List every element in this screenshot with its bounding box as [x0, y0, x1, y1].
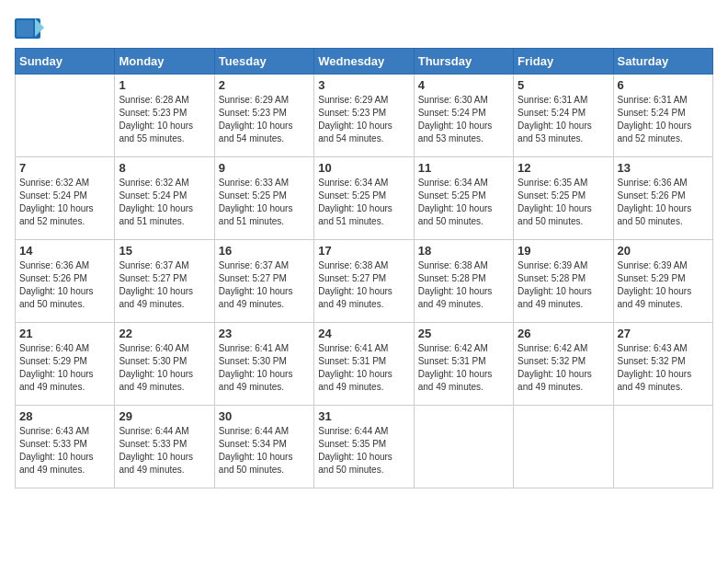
calendar-cell [613, 406, 712, 488]
day-info: Sunrise: 6:36 AM Sunset: 5:26 PM Dayligh… [19, 259, 110, 311]
calendar-cell: 19Sunrise: 6:39 AM Sunset: 5:28 PM Dayli… [514, 240, 613, 323]
day-info: Sunrise: 6:29 AM Sunset: 5:23 PM Dayligh… [219, 94, 310, 145]
calendar-cell: 28Sunrise: 6:43 AM Sunset: 5:33 PM Dayli… [16, 406, 115, 488]
calendar-cell: 20Sunrise: 6:39 AM Sunset: 5:29 PM Dayli… [613, 240, 712, 323]
day-info: Sunrise: 6:40 AM Sunset: 5:29 PM Dayligh… [19, 342, 110, 394]
day-number: 5 [518, 78, 609, 92]
calendar-cell: 18Sunrise: 6:38 AM Sunset: 5:28 PM Dayli… [414, 240, 513, 323]
calendar-cell: 16Sunrise: 6:37 AM Sunset: 5:27 PM Dayli… [214, 240, 313, 323]
day-info: Sunrise: 6:35 AM Sunset: 5:25 PM Dayligh… [518, 177, 609, 228]
calendar-header-row: SundayMondayTuesdayWednesdayThursdayFrid… [16, 49, 713, 75]
day-number: 19 [518, 244, 609, 258]
calendar-cell [414, 406, 513, 488]
day-number: 28 [19, 409, 110, 423]
calendar-cell: 10Sunrise: 6:34 AM Sunset: 5:25 PM Dayli… [314, 157, 414, 240]
calendar-cell: 27Sunrise: 6:43 AM Sunset: 5:32 PM Dayli… [613, 323, 712, 406]
day-number: 29 [119, 409, 210, 423]
calendar-cell: 31Sunrise: 6:44 AM Sunset: 5:35 PM Dayli… [314, 406, 414, 488]
day-number: 10 [318, 161, 409, 175]
calendar-week-row: 7Sunrise: 6:32 AM Sunset: 5:24 PM Daylig… [16, 157, 713, 240]
day-info: Sunrise: 6:34 AM Sunset: 5:25 PM Dayligh… [318, 177, 409, 228]
weekday-header: Tuesday [214, 49, 313, 75]
day-number: 18 [418, 244, 509, 258]
day-number: 22 [119, 327, 210, 340]
weekday-header: Sunday [16, 49, 115, 75]
calendar-cell: 22Sunrise: 6:40 AM Sunset: 5:30 PM Dayli… [115, 323, 214, 406]
calendar-cell: 25Sunrise: 6:42 AM Sunset: 5:31 PM Dayli… [414, 323, 513, 406]
calendar-cell: 24Sunrise: 6:41 AM Sunset: 5:31 PM Dayli… [314, 323, 414, 406]
logo [15, 18, 48, 44]
day-info: Sunrise: 6:41 AM Sunset: 5:30 PM Dayligh… [219, 342, 310, 394]
day-number: 21 [19, 327, 110, 340]
day-number: 1 [119, 78, 210, 92]
day-number: 6 [618, 78, 709, 92]
weekday-header: Monday [115, 49, 214, 75]
day-info: Sunrise: 6:37 AM Sunset: 5:27 PM Dayligh… [119, 259, 210, 311]
day-info: Sunrise: 6:38 AM Sunset: 5:27 PM Dayligh… [318, 259, 409, 311]
calendar-cell: 23Sunrise: 6:41 AM Sunset: 5:30 PM Dayli… [214, 323, 313, 406]
day-number: 4 [418, 78, 509, 92]
calendar-cell: 12Sunrise: 6:35 AM Sunset: 5:25 PM Dayli… [514, 157, 613, 240]
calendar-week-row: 21Sunrise: 6:40 AM Sunset: 5:29 PM Dayli… [16, 323, 713, 406]
calendar-cell: 17Sunrise: 6:38 AM Sunset: 5:27 PM Dayli… [314, 240, 414, 323]
calendar-cell: 21Sunrise: 6:40 AM Sunset: 5:29 PM Dayli… [16, 323, 115, 406]
day-number: 8 [119, 161, 210, 175]
calendar-cell [514, 406, 613, 488]
calendar-cell: 14Sunrise: 6:36 AM Sunset: 5:26 PM Dayli… [16, 240, 115, 323]
day-number: 16 [219, 244, 310, 258]
day-info: Sunrise: 6:39 AM Sunset: 5:29 PM Dayligh… [618, 259, 709, 311]
day-number: 12 [518, 161, 609, 175]
day-number: 23 [219, 327, 310, 340]
day-number: 25 [418, 327, 509, 340]
day-number: 24 [318, 327, 409, 340]
calendar-week-row: 28Sunrise: 6:43 AM Sunset: 5:33 PM Dayli… [16, 406, 713, 488]
day-number: 3 [318, 78, 409, 92]
day-info: Sunrise: 6:33 AM Sunset: 5:25 PM Dayligh… [219, 177, 310, 228]
day-info: Sunrise: 6:34 AM Sunset: 5:25 PM Dayligh… [418, 177, 509, 228]
day-number: 2 [219, 78, 310, 92]
day-info: Sunrise: 6:30 AM Sunset: 5:24 PM Dayligh… [418, 94, 509, 145]
day-number: 26 [518, 327, 609, 340]
calendar-table: SundayMondayTuesdayWednesdayThursdayFrid… [15, 48, 713, 488]
calendar-cell: 6Sunrise: 6:31 AM Sunset: 5:24 PM Daylig… [613, 75, 712, 157]
calendar-cell: 26Sunrise: 6:42 AM Sunset: 5:32 PM Dayli… [514, 323, 613, 406]
day-number: 14 [19, 244, 110, 258]
day-number: 7 [19, 161, 110, 175]
svg-rect-2 [17, 20, 33, 37]
day-info: Sunrise: 6:44 AM Sunset: 5:33 PM Dayligh… [119, 425, 210, 477]
day-info: Sunrise: 6:31 AM Sunset: 5:24 PM Dayligh… [518, 94, 609, 145]
calendar-cell: 4Sunrise: 6:30 AM Sunset: 5:24 PM Daylig… [414, 75, 513, 157]
day-info: Sunrise: 6:32 AM Sunset: 5:24 PM Dayligh… [119, 177, 210, 228]
calendar-cell: 13Sunrise: 6:36 AM Sunset: 5:26 PM Dayli… [613, 157, 712, 240]
calendar-cell: 9Sunrise: 6:33 AM Sunset: 5:25 PM Daylig… [214, 157, 313, 240]
calendar-cell [16, 75, 115, 157]
calendar-cell: 8Sunrise: 6:32 AM Sunset: 5:24 PM Daylig… [115, 157, 214, 240]
calendar-week-row: 1Sunrise: 6:28 AM Sunset: 5:23 PM Daylig… [16, 75, 713, 157]
calendar-week-row: 14Sunrise: 6:36 AM Sunset: 5:26 PM Dayli… [16, 240, 713, 323]
day-info: Sunrise: 6:43 AM Sunset: 5:32 PM Dayligh… [618, 342, 709, 394]
day-info: Sunrise: 6:44 AM Sunset: 5:35 PM Dayligh… [318, 425, 409, 477]
calendar-cell: 1Sunrise: 6:28 AM Sunset: 5:23 PM Daylig… [115, 75, 214, 157]
day-info: Sunrise: 6:31 AM Sunset: 5:24 PM Dayligh… [618, 94, 709, 145]
day-number: 31 [318, 409, 409, 423]
day-info: Sunrise: 6:43 AM Sunset: 5:33 PM Dayligh… [19, 425, 110, 477]
calendar-cell: 7Sunrise: 6:32 AM Sunset: 5:24 PM Daylig… [16, 157, 115, 240]
calendar-cell: 3Sunrise: 6:29 AM Sunset: 5:23 PM Daylig… [314, 75, 414, 157]
day-info: Sunrise: 6:36 AM Sunset: 5:26 PM Dayligh… [618, 177, 709, 228]
day-number: 17 [318, 244, 409, 258]
calendar-cell: 30Sunrise: 6:44 AM Sunset: 5:34 PM Dayli… [214, 406, 313, 488]
day-info: Sunrise: 6:37 AM Sunset: 5:27 PM Dayligh… [219, 259, 310, 311]
day-number: 27 [618, 327, 709, 340]
calendar-cell: 5Sunrise: 6:31 AM Sunset: 5:24 PM Daylig… [514, 75, 613, 157]
day-info: Sunrise: 6:42 AM Sunset: 5:31 PM Dayligh… [418, 342, 509, 394]
day-info: Sunrise: 6:44 AM Sunset: 5:34 PM Dayligh… [219, 425, 310, 477]
logo-icon [15, 18, 44, 44]
day-info: Sunrise: 6:32 AM Sunset: 5:24 PM Dayligh… [19, 177, 110, 228]
calendar-cell: 29Sunrise: 6:44 AM Sunset: 5:33 PM Dayli… [115, 406, 214, 488]
page-header [15, 15, 713, 44]
day-info: Sunrise: 6:38 AM Sunset: 5:28 PM Dayligh… [418, 259, 509, 311]
calendar-cell: 15Sunrise: 6:37 AM Sunset: 5:27 PM Dayli… [115, 240, 214, 323]
weekday-header: Thursday [414, 49, 513, 75]
day-info: Sunrise: 6:29 AM Sunset: 5:23 PM Dayligh… [318, 94, 409, 145]
day-info: Sunrise: 6:41 AM Sunset: 5:31 PM Dayligh… [318, 342, 409, 394]
